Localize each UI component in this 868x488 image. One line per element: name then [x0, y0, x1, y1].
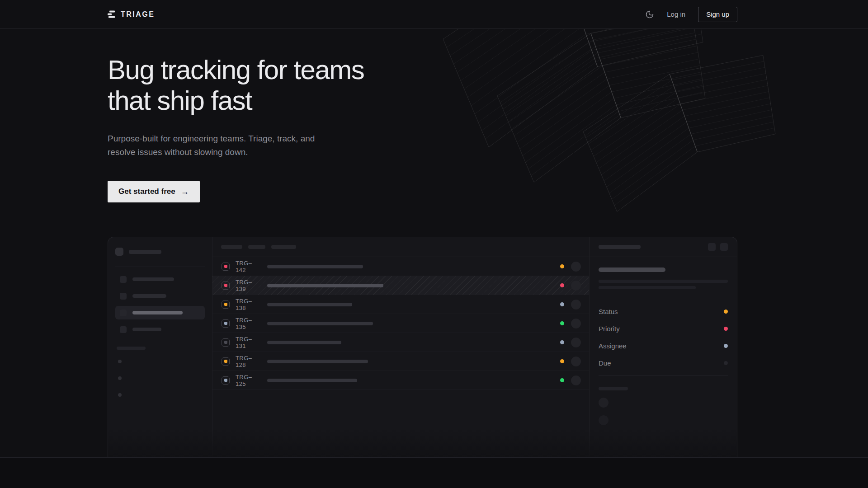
- sidebar-item-icon: [120, 293, 127, 300]
- sidebar-divider: [115, 267, 205, 267]
- detail-field-value-dot: [724, 327, 728, 331]
- sidebar-dot: [118, 360, 122, 363]
- list-tab-skeleton[interactable]: [271, 245, 296, 249]
- issue-type-icon: [222, 376, 230, 385]
- workspace-row[interactable]: [115, 248, 205, 256]
- hero-subtitle: Purpose-built for engineering teams. Tri…: [108, 132, 451, 159]
- detail-field-row[interactable]: Status: [599, 303, 728, 320]
- detail-action-button[interactable]: [708, 243, 716, 251]
- login-button[interactable]: Log in: [667, 10, 685, 18]
- detail-field-label: Status: [599, 308, 618, 315]
- issue-assignee-avatar: [571, 319, 581, 328]
- issue-status-dot: [560, 340, 564, 344]
- hero-section: Bug tracking for teams that ship fast Pu…: [0, 29, 868, 458]
- activity-avatar: [599, 398, 609, 408]
- issue-status-dot: [560, 359, 564, 363]
- landing-page: TRIAGE Log in Sign up Bug tracking for t…: [0, 0, 868, 488]
- theme-toggle-button[interactable]: [645, 10, 654, 19]
- issue-row[interactable]: TRG–131: [212, 333, 589, 352]
- detail-fields: Status Priority Assignee: [599, 303, 728, 371]
- issue-list-header: [212, 237, 589, 257]
- issue-row[interactable]: TRG–128: [212, 352, 589, 371]
- triage-logo-icon: [108, 10, 116, 18]
- issue-row[interactable]: TRG–139: [212, 276, 589, 295]
- issue-status-dot: [560, 264, 564, 268]
- issue-id: TRG–128: [236, 355, 262, 368]
- signup-button[interactable]: Sign up: [698, 7, 737, 22]
- nav-actions: Log in Sign up: [645, 7, 737, 22]
- detail-header-actions: [708, 243, 728, 251]
- sidebar-section-skeleton: [117, 347, 146, 350]
- detail-field-value-dot: [724, 361, 728, 365]
- sidebar-item-icon: [120, 310, 127, 316]
- activity-label-skeleton: [599, 387, 628, 390]
- issue-assignee-avatar: [571, 338, 581, 347]
- get-started-label: Get started free: [118, 187, 175, 196]
- issue-rows: TRG–142 TRG–139: [212, 257, 589, 390]
- list-tab-skeleton[interactable]: [248, 245, 265, 249]
- list-tab-skeleton[interactable]: [221, 245, 242, 249]
- issue-id: TRG–139: [236, 279, 262, 292]
- issue-status-dot: [560, 321, 564, 325]
- detail-header-skeleton: [599, 245, 641, 249]
- app-mockup-card: TRG–142 TRG–139: [108, 237, 737, 458]
- moon-icon: [645, 10, 654, 19]
- sidebar-item-skeleton: [132, 277, 174, 281]
- brand-name: TRIAGE: [121, 10, 155, 19]
- arrow-right-icon: →: [181, 187, 189, 197]
- issue-type-icon: [222, 357, 230, 366]
- sidebar-item-icon: [120, 276, 127, 283]
- sidebar-item-skeleton: [132, 294, 166, 298]
- hero-title: Bug tracking for teams that ship fast: [108, 55, 451, 116]
- sidebar-item-1[interactable]: [115, 272, 205, 286]
- sidebar-item-icon: [120, 326, 127, 333]
- issue-row[interactable]: TRG–138: [212, 295, 589, 314]
- issue-title-skeleton: [267, 322, 373, 325]
- detail-action-button[interactable]: [720, 243, 728, 251]
- issue-title-skeleton: [267, 265, 363, 268]
- detail-text-skeleton: [599, 286, 696, 289]
- brand-logo[interactable]: TRIAGE: [108, 10, 155, 19]
- issue-title-skeleton: [267, 379, 357, 382]
- detail-field-label: Priority: [599, 325, 620, 333]
- issue-type-icon: [222, 319, 230, 328]
- workspace-avatar: [115, 248, 123, 256]
- issue-id: TRG–131: [236, 336, 262, 349]
- issue-status-dot: [560, 283, 564, 287]
- get-started-button[interactable]: Get started free →: [108, 181, 200, 202]
- sidebar-item-2[interactable]: [115, 289, 205, 303]
- activity-avatar: [599, 415, 609, 425]
- issue-id: TRG–142: [236, 260, 262, 273]
- sidebar-item-skeleton: [132, 311, 183, 314]
- issue-detail-panel: Status Priority Assignee: [589, 237, 737, 458]
- sidebar-item-4[interactable]: [115, 323, 205, 336]
- issue-row[interactable]: TRG–125: [212, 371, 589, 390]
- issue-assignee-avatar: [571, 281, 581, 291]
- issue-title-skeleton: [267, 341, 341, 344]
- sidebar-divider: [115, 340, 205, 340]
- issue-type-icon: [222, 300, 230, 309]
- detail-field-row[interactable]: Assignee: [599, 337, 728, 354]
- issue-title-skeleton: [267, 360, 368, 363]
- issue-row[interactable]: TRG–142: [212, 257, 589, 276]
- issue-assignee-avatar: [571, 262, 581, 272]
- issue-id: TRG–125: [236, 374, 262, 387]
- sidebar-item-skeleton: [132, 328, 161, 331]
- workspace-name-skeleton: [129, 250, 161, 254]
- detail-field-row[interactable]: Priority: [599, 320, 728, 337]
- issue-assignee-avatar: [571, 357, 581, 366]
- sidebar-item-3-active[interactable]: [115, 306, 205, 319]
- issue-type-icon: [222, 263, 230, 271]
- issue-title-skeleton: [267, 284, 383, 287]
- detail-body: Status Priority Assignee: [590, 257, 737, 425]
- sidebar-dot: [118, 376, 122, 380]
- issue-row[interactable]: TRG–135: [212, 314, 589, 333]
- issue-status-dot: [560, 302, 564, 306]
- issue-id: TRG–138: [236, 298, 262, 311]
- footer: [0, 458, 868, 488]
- detail-field-label: Due: [599, 359, 611, 367]
- detail-field-row[interactable]: Due: [599, 354, 728, 371]
- detail-header: [590, 237, 737, 257]
- sidebar-dot: [118, 393, 122, 397]
- issue-status-dot: [560, 378, 564, 382]
